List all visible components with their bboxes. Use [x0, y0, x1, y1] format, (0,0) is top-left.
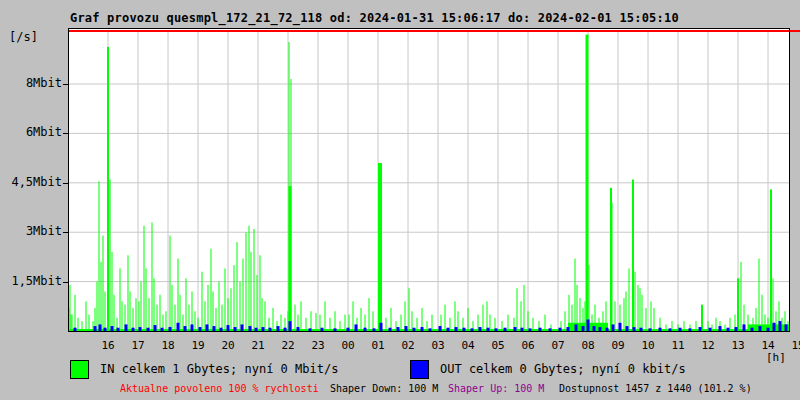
y-tick-label: 3Mbit: [0, 225, 62, 238]
out-traffic-spike: [559, 328, 562, 331]
in-traffic-spike: [141, 282, 142, 331]
in-traffic-spike: [257, 275, 258, 331]
in-traffic-spike: [756, 308, 757, 331]
in-traffic-spike: [373, 311, 374, 331]
in-traffic-spike: [205, 301, 206, 331]
in-traffic-spike: [72, 315, 73, 331]
in-traffic-spike: [458, 311, 459, 331]
in-traffic-spike: [712, 324, 713, 331]
out-traffic-spike: [269, 328, 272, 331]
in-traffic-spike: [211, 249, 212, 331]
out-traffic-spike: [743, 324, 746, 331]
in-traffic-spike: [122, 301, 123, 331]
out-traffic-spike: [649, 328, 652, 331]
in-traffic-spike: [450, 318, 451, 331]
in-traffic-spike: [528, 311, 529, 331]
out-traffic-spike: [184, 326, 187, 331]
in-traffic-spike: [154, 278, 155, 331]
in-traffic-spike: [487, 301, 488, 331]
in-traffic-spike: [130, 291, 131, 331]
out-traffic-spike: [599, 327, 602, 331]
out-traffic-spike: [373, 328, 376, 331]
out-traffic-spike: [773, 323, 776, 331]
in-traffic-spike: [684, 321, 685, 331]
in-traffic-spike: [432, 315, 433, 331]
in-traffic-spike: [776, 311, 777, 331]
in-traffic-spike: [254, 229, 255, 331]
out-traffic-spike: [206, 324, 209, 331]
in-traffic-spike: [533, 318, 534, 331]
in-traffic-spike: [186, 278, 187, 331]
in-traffic-spike: [651, 301, 652, 331]
limit-line: [68, 30, 790, 32]
out-traffic-spike: [111, 326, 114, 331]
in-traffic-spike: [89, 315, 90, 331]
in-traffic-spike: [78, 318, 79, 331]
in-traffic-spike: [157, 305, 158, 331]
in-traffic-spike: [178, 259, 179, 331]
in-traffic-spike: [166, 311, 167, 331]
out-traffic-spike: [679, 328, 682, 331]
in-traffic-spike: [626, 291, 627, 331]
out-traffic-spike: [785, 324, 788, 331]
out-traffic-spike: [220, 328, 223, 331]
x-tick-label: 09: [606, 339, 630, 352]
in-traffic-spike: [577, 285, 578, 331]
in-traffic-spike: [490, 315, 491, 331]
out-traffic-spike: [593, 326, 596, 331]
in-traffic-spike: [521, 301, 522, 331]
in-traffic-spike: [575, 259, 576, 331]
out-traffic-spike: [262, 327, 265, 331]
in-traffic-spike: [642, 295, 643, 331]
in-traffic-spike: [273, 308, 274, 331]
in-traffic-spike: [93, 321, 94, 331]
in-traffic-spike: [635, 272, 636, 331]
in-traffic-spike: [401, 315, 402, 331]
out-traffic-spike: [567, 327, 570, 331]
out-traffic-spike: [249, 326, 252, 331]
out-traffic-spike: [177, 323, 180, 331]
in-traffic-spike: [325, 301, 326, 331]
in-traffic-spike: [222, 305, 223, 331]
availability-text: Dostupnost 1457 z 1440 (101.2 %): [559, 383, 752, 394]
out-traffic-spike: [389, 328, 392, 331]
in-traffic-spike: [234, 265, 235, 331]
in-traffic-spike: [748, 315, 749, 331]
out-traffic-spike: [397, 327, 400, 331]
in-traffic-spike: [82, 321, 83, 331]
in-traffic-spike: [409, 288, 410, 331]
in-traffic-spike: [468, 308, 469, 331]
in-traffic-spike: [612, 203, 613, 331]
out-traffic-spike: [147, 328, 150, 331]
out-traffic-spike: [689, 328, 692, 331]
out-traffic-spike: [421, 327, 424, 331]
out-traffic-spike: [169, 327, 172, 331]
in-traffic-spike: [678, 324, 679, 331]
in-traffic-spike: [708, 321, 709, 331]
in-traffic-spike: [202, 272, 203, 331]
out-traffic-spike: [521, 328, 524, 331]
in-traffic-spike: [770, 189, 772, 331]
out-traffic-spike: [255, 328, 258, 331]
in-traffic-spike: [391, 308, 392, 331]
in-traffic-spike: [128, 255, 129, 331]
plot-background: [68, 28, 790, 332]
in-traffic-spike: [445, 305, 446, 331]
in-traffic-spike: [216, 308, 217, 331]
out-traffic-spike: [479, 327, 482, 331]
in-traffic-spike: [603, 311, 604, 331]
out-traffic-spike: [139, 327, 142, 331]
in-traffic-spike: [737, 278, 739, 331]
out-traffic-spike: [161, 328, 164, 331]
in-traffic-spike: [320, 315, 321, 331]
in-traffic-spike: [361, 308, 362, 331]
out-traffic-spike: [735, 327, 738, 331]
in-traffic-spike: [517, 288, 518, 331]
out-traffic-spike: [582, 326, 585, 331]
x-tick-label: 20: [216, 339, 240, 352]
in-traffic-spike: [97, 282, 98, 331]
in-traffic-spike: [71, 315, 72, 331]
out-traffic-spike: [413, 328, 416, 331]
in-traffic-spike: [369, 298, 370, 331]
in-traffic-spike: [624, 298, 625, 331]
